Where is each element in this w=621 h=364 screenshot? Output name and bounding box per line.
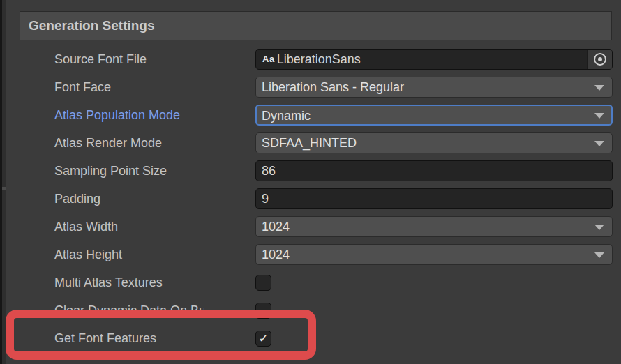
padding-field [255, 188, 613, 209]
checkmark-icon: ✓ [258, 332, 268, 345]
dropdown-value: Liberation Sans - Regular [262, 80, 404, 94]
atlas-width-dropdown[interactable]: 1024 [255, 216, 613, 237]
chevron-down-icon [594, 113, 604, 119]
font-asset-icon: Aa [262, 50, 275, 69]
section-header-label: Generation Settings [29, 18, 155, 33]
source-font-file-object-field[interactable]: Aa LiberationSans [255, 49, 613, 70]
atlas-render-mode-dropdown[interactable]: SDFAA_HINTED [255, 132, 613, 153]
chevron-down-icon [594, 252, 604, 258]
unity-inspector-panel: Generation Settings Source Font File Aa … [0, 0, 621, 364]
object-picker-icon [594, 53, 606, 66]
row-clear-dynamic-data: Clear Dynamic Data On Build [0, 300, 621, 321]
atlas-population-mode-dropdown[interactable]: Dynamic [255, 105, 613, 126]
multi-atlas-textures-checkbox[interactable] [255, 275, 271, 291]
chevron-down-icon [594, 225, 604, 230]
field-label: Atlas Width [54, 216, 253, 237]
row-source-font-file: Source Font File Aa LiberationSans [0, 49, 621, 70]
row-atlas-height: Atlas Height 1024 [0, 244, 621, 265]
chevron-down-icon [594, 85, 604, 91]
chevron-down-icon [594, 141, 604, 146]
field-label: Padding [54, 188, 253, 209]
dropdown-value: SDFAA_HINTED [262, 136, 357, 150]
field-label: Sampling Point Size [54, 160, 253, 181]
row-get-font-features: Get Font Features ✓ [0, 328, 621, 349]
atlas-height-dropdown[interactable]: 1024 [255, 244, 613, 265]
dropdown-value: 1024 [262, 220, 290, 234]
row-multi-atlas-textures: Multi Atlas Textures [0, 272, 621, 293]
dropdown-value: 1024 [262, 248, 290, 261]
field-label: Atlas Render Mode [54, 132, 253, 153]
object-field-value: LiberationSans [277, 50, 361, 69]
font-face-dropdown[interactable]: Liberation Sans - Regular [255, 77, 613, 98]
field-label: Multi Atlas Textures [54, 272, 253, 293]
row-padding: Padding [0, 188, 621, 209]
sampling-point-size-field [255, 160, 613, 181]
row-atlas-width: Atlas Width 1024 [0, 216, 621, 237]
field-label: Font Face [54, 77, 253, 98]
object-picker-button[interactable] [587, 50, 612, 69]
row-atlas-render-mode: Atlas Render Mode SDFAA_HINTED [0, 132, 621, 153]
field-label: Clear Dynamic Data On Build [54, 300, 204, 321]
sampling-point-size-input[interactable] [255, 160, 613, 181]
clear-dynamic-data-checkbox[interactable] [255, 303, 271, 319]
padding-input[interactable] [255, 188, 613, 209]
row-atlas-population-mode: Atlas Population Mode Dynamic [0, 105, 621, 126]
field-label: Atlas Height [54, 244, 253, 265]
field-label: Source Font File [54, 49, 253, 70]
get-font-features-checkbox[interactable]: ✓ [255, 331, 271, 347]
generation-settings-header[interactable]: Generation Settings [20, 11, 612, 40]
field-label: Atlas Population Mode [54, 105, 253, 126]
dropdown-value: Dynamic [262, 109, 310, 123]
row-sampling-point-size: Sampling Point Size [0, 160, 621, 181]
field-label: Get Font Features [54, 328, 253, 349]
row-font-face: Font Face Liberation Sans - Regular [0, 77, 621, 98]
